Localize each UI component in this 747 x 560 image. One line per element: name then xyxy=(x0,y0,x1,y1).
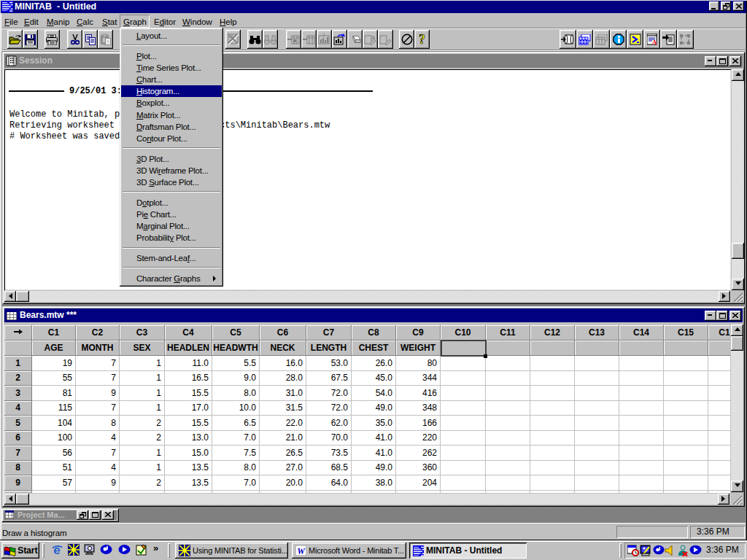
svg-text:?: ? xyxy=(419,33,425,46)
svg-text:A: A xyxy=(651,39,657,45)
svg-text:W: W xyxy=(297,546,306,556)
